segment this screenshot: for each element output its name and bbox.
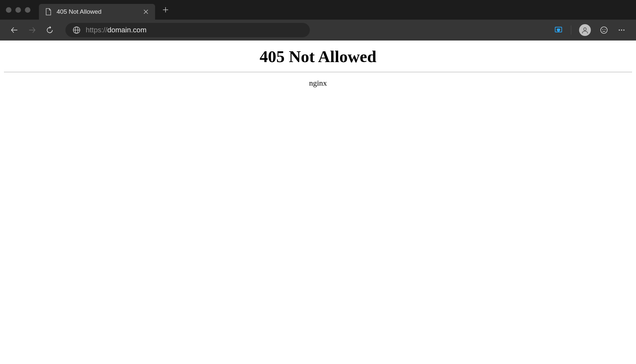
url-host: domain.com [107, 26, 147, 34]
window-minimize-button[interactable] [15, 7, 21, 13]
svg-point-14 [619, 29, 620, 31]
window-close-button[interactable] [6, 7, 11, 13]
url-text: https://domain.com [86, 26, 303, 34]
error-heading: 405 Not Allowed [4, 47, 632, 66]
globe-icon [73, 26, 80, 34]
settings-menu-button[interactable] [614, 23, 629, 37]
svg-point-11 [601, 27, 607, 33]
browser-tab[interactable]: 405 Not Allowed [39, 4, 155, 20]
address-bar[interactable]: https://domain.com [65, 23, 310, 37]
tab-title: 405 Not Allowed [57, 8, 138, 15]
back-button[interactable] [7, 23, 22, 37]
window-controls [6, 7, 30, 13]
tracking-prevention-button[interactable] [551, 23, 566, 37]
close-tab-button[interactable] [143, 8, 149, 15]
feedback-button[interactable] [597, 23, 611, 37]
svg-point-15 [621, 29, 622, 31]
refresh-button[interactable] [43, 23, 57, 37]
server-name: nginx [4, 79, 632, 88]
browser-chrome: 405 Not Allowed [0, 0, 636, 41]
svg-point-16 [623, 29, 625, 31]
titlebar: 405 Not Allowed [0, 0, 636, 20]
forward-button[interactable] [25, 23, 39, 37]
page-content: 405 Not Allowed nginx [0, 41, 636, 91]
page-icon [45, 8, 52, 15]
svg-point-12 [603, 29, 603, 30]
new-tab-button[interactable] [159, 3, 172, 16]
toolbar: https://domain.com [0, 20, 636, 41]
url-scheme: https:// [86, 26, 107, 34]
toolbar-divider [571, 25, 571, 35]
svg-point-13 [605, 29, 605, 30]
divider [4, 72, 632, 72]
profile-button[interactable] [579, 24, 591, 36]
svg-point-10 [584, 28, 586, 30]
window-maximize-button[interactable] [25, 7, 30, 13]
